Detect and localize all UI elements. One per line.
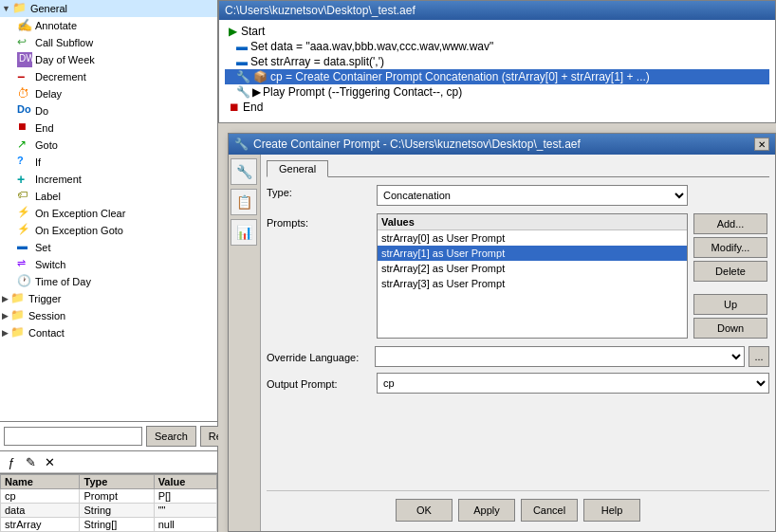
- dialog-footer: OK Apply Cancel Help: [267, 490, 769, 525]
- sidebar-item-set[interactable]: ▬ Set: [0, 239, 217, 256]
- variable-toolbar: ƒ ✎ ✕: [0, 451, 217, 473]
- prompts-section: Prompts: Values strArray[0] as User Prom…: [267, 213, 769, 339]
- create-icon: 🔧: [236, 70, 250, 83]
- tree-area[interactable]: ▼ 📁 General ✍ Annotate ↩ Call Subflow DW…: [0, 0, 217, 422]
- sidebar-item-session[interactable]: ▶ 📁 Session: [0, 307, 217, 324]
- apply-button[interactable]: Apply: [458, 499, 515, 522]
- sidebar-item-delay[interactable]: ⏱ Delay: [0, 85, 217, 102]
- tab-general[interactable]: General: [267, 160, 328, 177]
- sidebar-item-general[interactable]: ▼ 📁 General: [0, 0, 217, 17]
- set-icon: ▬: [236, 55, 248, 68]
- code-line-start: ▶ Start: [225, 24, 769, 39]
- code-line-set1: ▬ Set data = "aaa.wav,bbb.wav,ccc.wav,ww…: [225, 39, 769, 54]
- sidebar-item-label: Session: [28, 310, 65, 321]
- aef-window: C:\Users\kuznetsov\Desktop\_test.aef ▶ S…: [218, 0, 776, 123]
- search-input[interactable]: [4, 427, 142, 446]
- expand-arrow: ▶: [2, 328, 9, 338]
- code-text: Set strArray = data.split(','): [250, 55, 384, 68]
- help-button[interactable]: Help: [583, 499, 640, 522]
- modify-button[interactable]: Modify...: [693, 237, 767, 258]
- label-icon: 🏷: [17, 189, 32, 204]
- aef-title: C:\Users\kuznetsov\Desktop\_test.aef: [225, 4, 416, 17]
- sidebar-item-label: Label: [35, 191, 61, 202]
- end-icon: ⏹: [17, 120, 32, 136]
- aef-content[interactable]: ▶ Start ▬ Set data = "aaa.wav,bbb.wav,cc…: [219, 20, 775, 119]
- sidebar-item-label: Annotate: [35, 20, 77, 31]
- output-label: Output Prompt:: [267, 376, 371, 390]
- list-item[interactable]: strArray[1] as User Prompt: [378, 246, 687, 261]
- up-button[interactable]: Up: [693, 294, 767, 315]
- sidebar-item-increment[interactable]: + Increment: [0, 171, 217, 188]
- sidebar-item-callsubflow[interactable]: ↩ Call Subflow: [0, 34, 217, 51]
- code-line-set2: ▬ Set strArray = data.split(','): [225, 54, 769, 69]
- edit-icon[interactable]: ✎: [23, 454, 38, 469]
- sidebar-item-do[interactable]: Do Do: [0, 102, 217, 119]
- var-value: "": [154, 504, 216, 518]
- sidebar-item-dayofweek[interactable]: DW Day of Week: [0, 51, 217, 68]
- prompts-label: Prompts:: [267, 213, 371, 339]
- sidebar-item-annotate[interactable]: ✍ Annotate: [0, 17, 217, 34]
- override-select[interactable]: [375, 346, 745, 367]
- override-label: Override Language:: [267, 350, 371, 363]
- sidebar-item-label: Trigger: [28, 293, 61, 304]
- table-row[interactable]: cp Prompt P[]: [1, 489, 217, 504]
- sidebar-item-switch[interactable]: ⇌ Switch: [0, 256, 217, 273]
- sidebar-item-goto[interactable]: ↗ Goto: [0, 137, 217, 154]
- list-item[interactable]: strArray[3] as User Prompt: [378, 276, 687, 291]
- search-button[interactable]: Search: [146, 426, 196, 447]
- table-row[interactable]: strArray String[] null: [1, 518, 217, 532]
- type-select[interactable]: Concatenation: [377, 185, 688, 206]
- play-icon2: ▶: [252, 85, 261, 99]
- dialog-icon-3[interactable]: 📊: [231, 219, 257, 246]
- set-icon: ▬: [17, 240, 32, 255]
- var-value: P[]: [154, 489, 216, 504]
- add-button[interactable]: Add...: [693, 213, 767, 234]
- ok-button[interactable]: OK: [396, 499, 453, 522]
- prompts-list-header: Values: [378, 214, 687, 230]
- function-icon[interactable]: ƒ: [4, 454, 19, 469]
- cancel-button[interactable]: Cancel: [521, 499, 578, 522]
- folder-icon: 📁: [12, 1, 28, 16]
- increment-icon: +: [17, 172, 32, 187]
- main-area: C:\Users\kuznetsov\Desktop\_test.aef ▶ S…: [218, 0, 776, 532]
- dialog-icon-1[interactable]: 🔧: [231, 158, 257, 185]
- down-button[interactable]: Down: [693, 318, 767, 339]
- sidebar-item-onexceptiongoto[interactable]: ⚡ On Exception Goto: [0, 222, 217, 239]
- sidebar-item-label: Do: [35, 105, 48, 117]
- sidebar-item-label[interactable]: 🏷 Label: [0, 188, 217, 205]
- folder-icon: 📁: [10, 291, 26, 306]
- folder-icon: 📁: [10, 325, 26, 340]
- dialog-close-button[interactable]: ✕: [754, 138, 769, 151]
- sidebar-item-contact[interactable]: ▶ 📁 Contact: [0, 324, 217, 341]
- table-row[interactable]: data String "": [1, 504, 217, 518]
- aef-titlebar: C:\Users\kuznetsov\Desktop\_test.aef: [219, 1, 775, 20]
- sidebar-item-timeofday[interactable]: 🕐 Time of Day: [0, 273, 217, 290]
- create-container-dialog: 🔧 Create Container Prompt - C:\Users\kuz…: [228, 133, 776, 532]
- search-bar: Search Reset: [0, 422, 217, 451]
- delete-icon[interactable]: ✕: [42, 454, 57, 469]
- sidebar-item-if[interactable]: ? If: [0, 154, 217, 171]
- delete-button[interactable]: Delete: [693, 261, 767, 282]
- dialog-title-icon: 🔧: [234, 138, 249, 151]
- goto-icon: ↗: [17, 138, 32, 153]
- override-language-row: Override Language: ...: [267, 346, 769, 367]
- col-header-name: Name: [1, 475, 80, 489]
- prompts-list[interactable]: Values strArray[0] as User Prompt strArr…: [377, 213, 688, 339]
- override-browse-button[interactable]: ...: [748, 346, 769, 367]
- expand-arrow: ▶: [2, 311, 9, 321]
- switch-icon: ⇌: [17, 257, 32, 272]
- list-item[interactable]: strArray[2] as User Prompt: [378, 261, 687, 276]
- sidebar-item-decrement[interactable]: − Decrement: [0, 68, 217, 85]
- exceptiongoto-icon: ⚡: [17, 223, 32, 238]
- set-icon: ▬: [236, 40, 248, 53]
- code-text: Set data = "aaa.wav,bbb.wav,ccc.wav,www.…: [250, 40, 493, 53]
- sidebar-item-trigger[interactable]: ▶ 📁 Trigger: [0, 290, 217, 307]
- dialog-icon-2[interactable]: 📋: [231, 189, 257, 215]
- output-select[interactable]: cp: [377, 373, 769, 394]
- list-item[interactable]: strArray[0] as User Prompt: [378, 230, 687, 246]
- code-line-cpcreate[interactable]: 🔧 📦 cp = Create Container Prompt Concate…: [225, 69, 769, 84]
- sidebar-item-onexceptionclear[interactable]: ⚡ On Exception Clear: [0, 205, 217, 222]
- sidebar-item-end[interactable]: ⏹ End: [0, 119, 217, 137]
- expand-arrow: ▼: [2, 4, 10, 13]
- exception-icon: ⚡: [17, 206, 32, 221]
